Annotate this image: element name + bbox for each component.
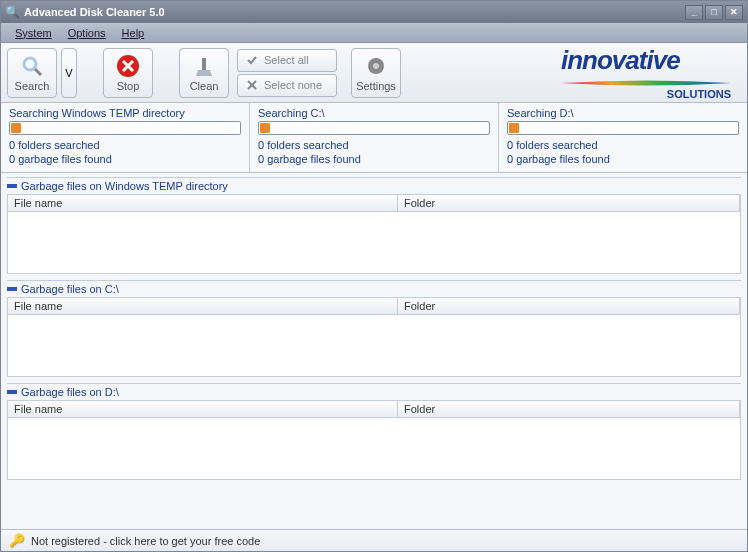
col-folder[interactable]: Folder: [398, 401, 740, 417]
progress-title: Searching D:\: [507, 107, 739, 119]
collapse-icon[interactable]: [7, 287, 17, 291]
col-folder[interactable]: Folder: [398, 298, 740, 314]
menu-options[interactable]: Options: [60, 25, 114, 41]
brush-icon: [192, 54, 216, 78]
brand-sub: SOLUTIONS: [561, 88, 731, 100]
swoosh-icon: [561, 80, 731, 86]
section-header: Garbage files on Windows TEMP directory: [7, 177, 741, 194]
col-filename[interactable]: File name: [8, 195, 398, 211]
progress-title: Searching C:\: [258, 107, 490, 119]
col-filename[interactable]: File name: [8, 298, 398, 314]
clean-label: Clean: [190, 80, 219, 92]
garbage-found: 0 garbage files found: [507, 152, 739, 166]
x-icon: [246, 79, 258, 91]
progress-panel-temp: Searching Windows TEMP directory 0 folde…: [1, 103, 250, 172]
window-controls: _ □ ✕: [685, 5, 743, 20]
titlebar: 🔍 Advanced Disk Cleaner 5.0 _ □ ✕: [1, 1, 747, 23]
brand-logo: innovative SOLUTIONS: [561, 45, 731, 100]
menubar: System Options Help: [1, 23, 747, 43]
list-header: File name Folder: [7, 297, 741, 315]
progress-bar: [507, 121, 739, 135]
progress-title: Searching Windows TEMP directory: [9, 107, 241, 119]
section-c: Garbage files on C:\ File name Folder: [7, 280, 741, 377]
list-body[interactable]: [7, 212, 741, 274]
search-dropdown-button[interactable]: V: [61, 48, 77, 98]
folders-searched: 0 folders searched: [507, 138, 739, 152]
settings-button[interactable]: Settings: [351, 48, 401, 98]
key-icon: 🔑: [9, 533, 25, 548]
folders-searched: 0 folders searched: [258, 138, 490, 152]
progress-panel-c: Searching C:\ 0 folders searched 0 garba…: [250, 103, 499, 172]
toolbar: Search V Stop Clean Select all Select no…: [1, 43, 747, 103]
collapse-icon[interactable]: [7, 390, 17, 394]
svg-point-9: [373, 63, 379, 69]
list-body[interactable]: [7, 315, 741, 377]
search-label: Search: [15, 80, 50, 92]
check-icon: [246, 54, 258, 66]
maximize-button[interactable]: □: [705, 5, 723, 20]
col-filename[interactable]: File name: [8, 401, 398, 417]
progress-bar: [258, 121, 490, 135]
clean-button[interactable]: Clean: [179, 48, 229, 98]
close-button[interactable]: ✕: [725, 5, 743, 20]
list-header: File name Folder: [7, 194, 741, 212]
list-body[interactable]: [7, 418, 741, 480]
select-none-button[interactable]: Select none: [237, 74, 337, 97]
section-title: Garbage files on C:\: [21, 283, 119, 295]
menu-help[interactable]: Help: [114, 25, 153, 41]
status-link[interactable]: Not registered - click here to get your …: [31, 535, 260, 547]
statusbar: 🔑 Not registered - click here to get you…: [1, 529, 747, 551]
col-folder[interactable]: Folder: [398, 195, 740, 211]
brand-name: innovative: [561, 45, 731, 76]
section-title: Garbage files on D:\: [21, 386, 119, 398]
search-icon: [20, 54, 44, 78]
window-title: Advanced Disk Cleaner 5.0: [24, 6, 685, 18]
svg-rect-5: [202, 58, 206, 70]
list-header: File name Folder: [7, 400, 741, 418]
progress-panel-d: Searching D:\ 0 folders searched 0 garba…: [499, 103, 747, 172]
select-group: Select all Select none: [237, 49, 337, 97]
app-icon: 🔍: [5, 5, 20, 19]
settings-label: Settings: [356, 80, 396, 92]
section-header: Garbage files on D:\: [7, 383, 741, 400]
stop-label: Stop: [117, 80, 140, 92]
menu-system[interactable]: System: [7, 25, 60, 41]
folders-searched: 0 folders searched: [9, 138, 241, 152]
section-title: Garbage files on Windows TEMP directory: [21, 180, 228, 192]
app-window: 🔍 Advanced Disk Cleaner 5.0 _ □ ✕ System…: [0, 0, 748, 552]
main-content: Garbage files on Windows TEMP directory …: [1, 173, 747, 529]
progress-bar: [9, 121, 241, 135]
section-temp: Garbage files on Windows TEMP directory …: [7, 177, 741, 274]
stop-button[interactable]: Stop: [103, 48, 153, 98]
section-header: Garbage files on C:\: [7, 280, 741, 297]
select-all-button[interactable]: Select all: [237, 49, 337, 72]
svg-point-0: [24, 58, 36, 70]
minimize-button[interactable]: _: [685, 5, 703, 20]
gear-icon: [364, 54, 388, 78]
search-button[interactable]: Search: [7, 48, 57, 98]
section-d: Garbage files on D:\ File name Folder: [7, 383, 741, 480]
progress-row: Searching Windows TEMP directory 0 folde…: [1, 103, 747, 173]
garbage-found: 0 garbage files found: [258, 152, 490, 166]
collapse-icon[interactable]: [7, 184, 17, 188]
svg-line-1: [35, 69, 41, 75]
stop-icon: [116, 54, 140, 78]
garbage-found: 0 garbage files found: [9, 152, 241, 166]
